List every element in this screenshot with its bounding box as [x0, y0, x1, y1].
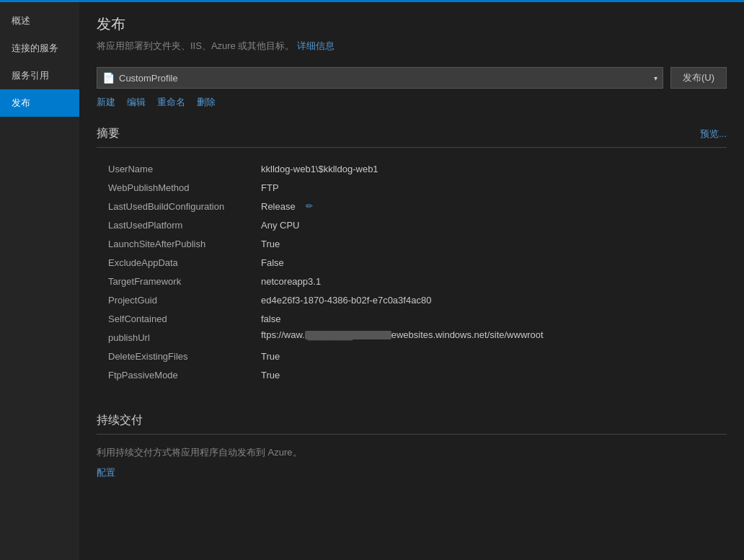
main-content: 发布 将应用部署到文件夹、IIS、Azure 或其他目标。 详细信息 📄 Cus… [79, 0, 744, 560]
prop-value-deleteexisting: True [255, 347, 727, 365]
table-row: LastUsedPlatform Any CPU [97, 215, 727, 234]
cd-config-link[interactable]: 配置 [97, 467, 115, 478]
prop-value-publishurl: ftps://waw.████████ewebsites.windows.net… [255, 328, 727, 342]
summary-header: 摘要 预览... [97, 126, 727, 148]
url-masked-part: ████████ [305, 331, 391, 339]
action-links: 新建 编辑 重命名 删除 [97, 96, 727, 109]
prop-value-webpublishmethod: FTP [255, 178, 727, 197]
prop-value-username: kklldog-web1\$kklldog-web1 [255, 159, 727, 178]
preview-action[interactable]: 预览... [700, 128, 727, 141]
prop-value-buildconfig: Release ✏ [255, 197, 727, 215]
prop-key-webpublishmethod: WebPublishMethod [97, 178, 255, 197]
table-row: UserName kklldog-web1\$kklldog-web1 [97, 159, 727, 178]
cd-section: 持续交付 利用持续交付方式将应用程序自动发布到 Azure。 配置 [97, 413, 727, 479]
table-row: ProjectGuid ed4e26f3-1870-4386-b02f-e7c0… [97, 290, 727, 309]
sidebar-item-publish[interactable]: 发布 [0, 89, 79, 117]
sidebar: 概述 连接的服务 服务引用 发布 [0, 0, 79, 560]
prop-value-projectguid: ed4e26f3-1870-4386-b02f-e7c0a3f4ac80 [255, 290, 727, 309]
url-suffix: ewebsites.windows.net/site/wwwroot [391, 329, 544, 340]
prop-key-buildconfig: LastUsedBuildConfiguration [97, 197, 255, 215]
release-row: Release ✏ [261, 201, 721, 212]
top-bar [0, 0, 744, 2]
detail-link[interactable]: 详细信息 [297, 40, 335, 51]
table-row: LaunchSiteAfterPublish True [97, 234, 727, 253]
table-row: publishUrl ftps://waw.████████ewebsites.… [97, 328, 727, 347]
cd-title: 持续交付 [97, 413, 143, 428]
prop-key-selfcontained: SelfContained [97, 309, 255, 328]
prop-value-ftppassive: True [255, 365, 727, 384]
cd-description: 利用持续交付方式将应用程序自动发布到 Azure。 [97, 446, 727, 459]
prop-key-targetframework: TargetFramework [97, 272, 255, 290]
table-row: ExcludeAppData False [97, 253, 727, 272]
table-row: FtpPassiveMode True [97, 365, 727, 384]
table-row: DeleteExistingFiles True [97, 347, 727, 365]
profile-select[interactable]: CustomProfile [97, 67, 663, 89]
sidebar-item-overview[interactable]: 概述 [0, 7, 79, 35]
new-link[interactable]: 新建 [97, 96, 115, 109]
url-prefix: ftps://waw. [261, 329, 305, 340]
profile-row: 📄 CustomProfile ▾ 发布(U) [97, 67, 727, 89]
prop-value-targetframework: netcoreapp3.1 [255, 272, 727, 290]
table-row: TargetFramework netcoreapp3.1 [97, 272, 727, 290]
publish-button[interactable]: 发布(U) [670, 67, 727, 89]
page-title: 发布 [97, 14, 727, 34]
prop-value-excludeappdata: False [255, 253, 727, 272]
rename-link[interactable]: 重命名 [157, 96, 185, 109]
profile-select-wrapper: 📄 CustomProfile ▾ [97, 67, 663, 89]
prop-key-deleteexisting: DeleteExistingFiles [97, 347, 255, 365]
prop-value-platform: Any CPU [255, 215, 727, 234]
page-description: 将应用部署到文件夹、IIS、Azure 或其他目标。 详细信息 [97, 40, 727, 53]
properties-table: UserName kklldog-web1\$kklldog-web1 WebP… [97, 159, 727, 384]
prop-key-projectguid: ProjectGuid [97, 290, 255, 309]
sidebar-item-connected-services[interactable]: 连接的服务 [0, 35, 79, 62]
prop-key-ftppassive: FtpPassiveMode [97, 365, 255, 384]
edit-build-config-icon[interactable]: ✏ [306, 201, 313, 211]
prop-value-selfcontained: false [255, 309, 727, 328]
delete-link[interactable]: 删除 [197, 96, 216, 109]
edit-link[interactable]: 编辑 [127, 96, 146, 109]
table-row: WebPublishMethod FTP [97, 178, 727, 197]
prop-key-excludeappdata: ExcludeAppData [97, 253, 255, 272]
table-row: LastUsedBuildConfiguration Release ✏ [97, 197, 727, 215]
table-row: SelfContained false [97, 309, 727, 328]
sidebar-item-service-reference[interactable]: 服务引用 [0, 62, 79, 89]
summary-title: 摘要 [97, 126, 120, 141]
build-config-value: Release [261, 201, 296, 212]
prop-key-platform: LastUsedPlatform [97, 215, 255, 234]
prop-key-launchsite: LaunchSiteAfterPublish [97, 234, 255, 253]
cd-header: 持续交付 [97, 413, 727, 435]
prop-value-launchsite: True [255, 234, 727, 253]
prop-key-publishurl: publishUrl [97, 328, 255, 347]
prop-key-username: UserName [97, 159, 255, 178]
